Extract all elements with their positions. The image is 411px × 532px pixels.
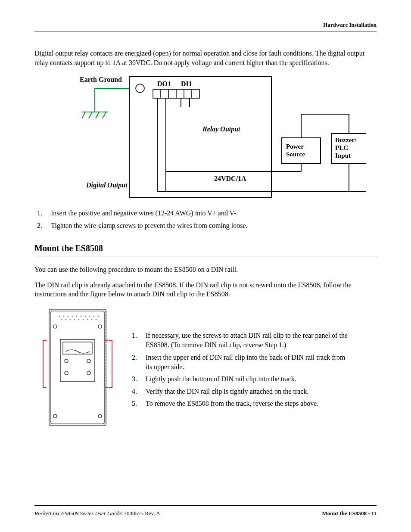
svg-point-52 [96,319,97,320]
svg-point-36 [68,315,69,317]
buzzer-label-2: PLC [335,144,348,151]
footer: RocketLinx ES8508 Series User Guide: 200… [34,505,377,517]
first-step-list: 1.Insert the positive and negative wires… [34,208,377,230]
earth-ground-label: Earth Ground [80,76,122,83]
svg-point-35 [63,315,65,317]
svg-point-34 [59,315,60,317]
svg-line-6 [96,112,99,118]
svg-rect-0 [129,77,271,197]
svg-point-60 [87,359,90,363]
power-label-1: Power [286,143,304,150]
svg-point-56 [98,414,102,418]
buzzer-label-3: Input [335,152,351,159]
step-text: Verify that the DIN rail clip is tightly… [146,387,309,396]
section2-para2: The DIN rail clip is already attached to… [34,280,377,299]
svg-point-43 [98,315,99,317]
di1-label: DI1 [181,80,192,87]
step-text: Insert the positive and negative wires (… [51,208,238,218]
svg-point-61 [65,371,68,375]
svg-rect-32 [49,309,106,426]
list-item: 1.Insert the positive and negative wires… [34,208,377,218]
mount-step-list: 1.If necessary, use the screws to attach… [129,331,349,411]
svg-point-50 [87,319,88,320]
section2-para1: You can use the following procedure to m… [34,265,377,274]
digital-output-label: Digital Output [86,181,128,189]
list-item: 2.Tighten the wire-clamp screws to preve… [34,221,377,230]
footer-right: Mount the ES8508 - 11 [322,510,377,517]
svg-line-4 [82,112,85,118]
svg-point-40 [85,315,86,317]
svg-point-38 [76,315,78,317]
svg-point-62 [87,371,90,375]
step-text: Insert the upper end of DIN rail clip in… [146,353,349,372]
footer-guide-title: RocketLinx ES8508 Series User Guide [34,510,121,516]
step-text: If necessary, use the screws to attach D… [146,331,349,350]
section-divider [34,256,377,257]
svg-point-42 [93,315,95,317]
list-item: 5.To remove the ES8508 from the track, r… [129,399,349,408]
step-text: To remove the ES8508 from the track, rev… [146,399,318,408]
power-label-2: Source [286,151,305,158]
list-item: 1.If necessary, use the screws to attach… [129,331,349,350]
svg-point-51 [91,319,93,320]
svg-point-47 [74,319,75,320]
step-text: Tighten the wire-clamp screws to prevent… [51,221,248,230]
intro-paragraph: Digital output relay contacts are energi… [34,49,377,67]
svg-point-55 [53,414,57,418]
relay-output-label: Relay Output [202,125,240,133]
do1-label: DO1 [157,80,171,87]
svg-point-44 [61,319,62,320]
list-item: 2.Insert the upper end of DIN rail clip … [129,353,349,372]
svg-point-45 [65,319,67,320]
step-text: Lightly push the bottom of DIN rail clip… [146,374,296,384]
page: Hardware Installation Digital output rel… [0,0,411,532]
header-right: Hardware Installation [34,22,377,31]
volt-spec-label: 24VDC/1A [214,175,246,182]
relay-output-diagram: Earth Ground DO1 DI1 [56,73,377,200]
svg-line-5 [89,112,92,118]
din-rail-figure [34,305,121,432]
svg-point-54 [98,325,102,328]
footer-rev: : 2000575 Rev. A [121,510,160,516]
svg-point-46 [70,319,71,320]
svg-point-41 [89,315,90,317]
svg-point-49 [83,319,84,320]
buzzer-label-1: Buzzer/ [335,137,357,143]
svg-point-48 [78,319,80,320]
svg-point-37 [72,315,73,317]
svg-line-7 [103,112,106,118]
svg-rect-57 [60,339,95,382]
list-item: 4.Verify that the DIN rail clip is tight… [129,387,349,396]
list-item: 3.Lightly push the bottom of DIN rail cl… [129,374,349,384]
svg-point-39 [81,315,82,317]
svg-point-8 [136,84,144,93]
svg-point-59 [65,359,68,363]
svg-rect-33 [51,311,104,424]
svg-point-53 [53,325,57,328]
footer-left: RocketLinx ES8508 Series User Guide: 200… [34,510,160,517]
section-title: Mount the ES8508 [34,243,377,253]
